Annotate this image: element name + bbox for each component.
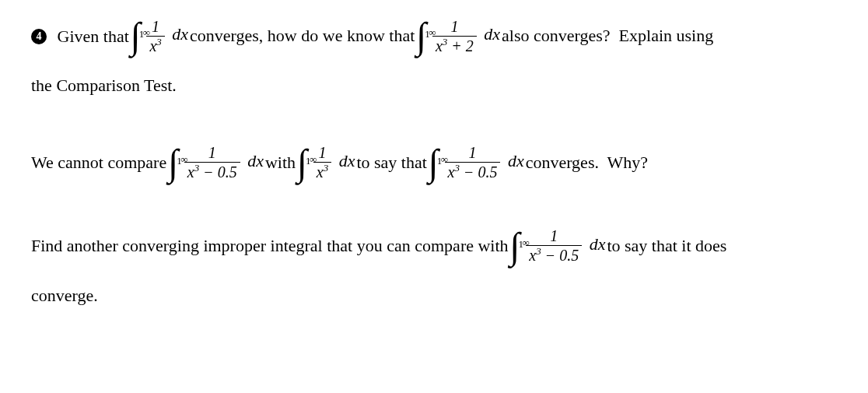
paragraph-2: We cannot compare ∫ ∞ 1 1 x3 − 0.5 dx wi…: [31, 142, 837, 183]
integral-1-over-x3plus2: ∫ ∞ 1 1 x3 + 2 dx: [416, 16, 500, 56]
p2-text-a: We cannot compare: [31, 149, 166, 176]
integral-sign-icon: ∫ ∞ 1: [416, 16, 426, 56]
integral-1-over-x3minus05-c: ∫ ∞ 1 1 x3 − 0.5 dx: [510, 226, 606, 266]
lower-limit: 1: [177, 141, 182, 181]
p2-text-d: converges. Why?: [526, 149, 648, 176]
paragraph-1-line-1: 4 Given that ∫ ∞ 1 1 x3 dx converges, ho…: [31, 16, 837, 56]
dx: dx: [339, 151, 355, 170]
fraction: 1 x3 − 0.5: [526, 226, 582, 265]
p3-text-b: to say that it does: [607, 232, 726, 259]
dx: dx: [172, 24, 188, 44]
problem-number-icon: 4: [31, 29, 47, 44]
integral-1-over-x3: ∫ ∞ 1 1 x3 dx: [131, 16, 188, 56]
fraction: 1 x3 − 0.5: [445, 143, 501, 181]
denominator: x3 − 0.5: [184, 163, 240, 181]
integral-1-over-x3minus05-a: ∫ ∞ 1 1 x3 − 0.5 dx: [168, 142, 264, 183]
numerator: 1: [184, 143, 240, 163]
denominator: x3 + 2: [432, 37, 477, 55]
lower-limit: 1: [306, 141, 311, 181]
integral-1-over-x3-b: ∫ ∞ 1 1 x3 dx: [297, 142, 355, 183]
p3-text-a: Find another converging improper integra…: [31, 232, 509, 259]
integral-sign-icon: ∫ ∞ 1: [510, 226, 520, 266]
lower-limit: 1: [139, 14, 145, 54]
p1-text-b: converges, how do we know that: [190, 22, 415, 49]
integral-sign-icon: ∫ ∞ 1: [131, 16, 141, 56]
paragraph-3-line-2: converge.: [31, 280, 837, 310]
paragraph-3-line-1: Find another converging improper integra…: [31, 226, 837, 266]
p2-text-b: with: [265, 149, 296, 176]
numerator: 1: [526, 226, 582, 246]
lower-limit: 1: [425, 14, 430, 54]
dx: dx: [590, 234, 606, 254]
lower-limit: 1: [437, 141, 443, 181]
numerator: 1: [445, 143, 501, 163]
integral-sign-icon: ∫ ∞ 1: [297, 142, 307, 183]
problem-4: 4 Given that ∫ ∞ 1 1 x3 dx converges, ho…: [31, 16, 837, 309]
lower-limit: 1: [519, 224, 524, 265]
p3-text-c: converge.: [31, 286, 98, 305]
integral-1-over-x3minus05-b: ∫ ∞ 1 1 x3 − 0.5 dx: [429, 142, 524, 183]
denominator: x3 − 0.5: [445, 163, 501, 181]
p1-text-d: the Comparison Test.: [31, 75, 177, 95]
denominator: x3 − 0.5: [526, 246, 582, 265]
dx: dx: [508, 151, 524, 170]
integral-sign-icon: ∫ ∞ 1: [429, 142, 439, 183]
paragraph-1-line-2: the Comparison Test.: [31, 70, 837, 100]
integral-sign-icon: ∫ ∞ 1: [168, 142, 178, 183]
fraction: 1 x3 − 0.5: [184, 143, 240, 181]
p2-text-c: to say that: [356, 149, 426, 176]
fraction: 1 x3 + 2: [432, 17, 477, 55]
dx: dx: [247, 151, 264, 170]
dx: dx: [484, 24, 500, 44]
p1-text-a: Given that: [58, 27, 129, 47]
numerator: 1: [432, 17, 477, 37]
p1-text-c: also converges? Explain using: [502, 22, 713, 49]
